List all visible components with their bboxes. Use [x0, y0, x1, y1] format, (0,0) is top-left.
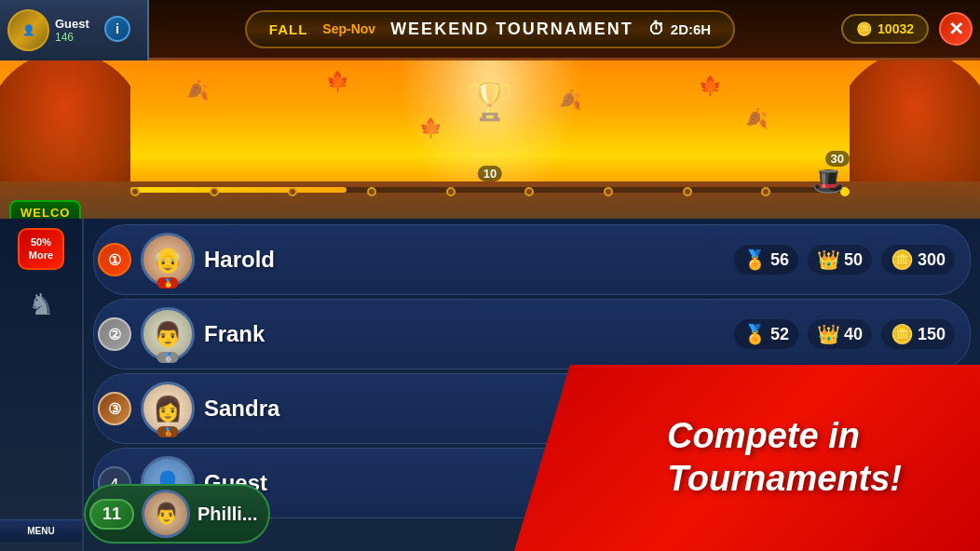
rank-ribbon-1: 🥇: [157, 277, 179, 289]
points-block-2: 🏅 52: [734, 319, 798, 349]
user-info: Guest 146: [55, 17, 89, 44]
coin-value: 10032: [878, 21, 914, 36]
table-row: ① 👴 🥇 Harold 🏅 56 👑 50 🪙 300: [93, 224, 971, 295]
dot-3: [288, 187, 297, 196]
dot-1: [130, 187, 140, 196]
dot-9: [761, 187, 770, 196]
tournament-scene: 🍂 🍁 🍂 🍁 🍂 🍁 🏆 10 🎩 30: [0, 60, 980, 219]
rank-ribbon-2: 🥈: [157, 352, 179, 363]
my-name: Philli...: [197, 504, 257, 525]
coins-value-1: 300: [918, 250, 946, 270]
left-panel: 50% More ♞ MENU: [0, 219, 84, 551]
coins-icon-2: 🪙: [891, 323, 914, 345]
coins-block-1: 🪙 300: [881, 245, 955, 275]
coins-icon-1: 🪙: [891, 249, 914, 271]
boost-percent: 50%: [31, 236, 51, 248]
leaf-1: 🍂: [186, 79, 210, 101]
my-score-row: 11 👨 Philli...: [84, 484, 270, 544]
timer-icon: ⏱: [648, 20, 665, 39]
points-value-2: 52: [770, 325, 789, 344]
boost-badge: 50% More: [18, 228, 64, 270]
chess-icon: ♞: [28, 287, 55, 322]
rank-badge-3: ③: [98, 392, 131, 425]
rank-number-1: ①: [108, 251, 121, 269]
my-avatar: 👨: [142, 490, 190, 538]
tournament-title: WEEKEND TOURNAMENT: [390, 20, 633, 39]
ribbon-text: Compete in Tournaments!: [667, 415, 902, 500]
dot-2: [210, 187, 219, 196]
my-rank-badge: 11: [89, 499, 134, 530]
avatar-container-1: 👴 🥇: [141, 233, 195, 287]
timer-section: ⏱ 2D:6H: [648, 20, 711, 39]
player-name-1: Harold: [204, 247, 725, 273]
close-button[interactable]: ✕: [939, 12, 973, 46]
leaf-5: 🍂: [745, 107, 769, 129]
dot-4: [367, 187, 376, 196]
ribbon-line1: Compete in: [667, 415, 902, 458]
crowns-block-2: 👑 40: [808, 319, 872, 349]
rank-badge-2: ②: [98, 317, 131, 351]
crown-icon-2: 👑: [817, 323, 840, 345]
points-value-1: 56: [770, 250, 789, 270]
user-score: 146: [55, 31, 89, 44]
track-dots: [130, 187, 850, 196]
avatar-container-3: 👩 🥉: [141, 382, 195, 436]
rank-ribbon-3: 🥉: [157, 426, 179, 437]
user-name: Guest: [55, 17, 89, 31]
player-name-2: Frank: [204, 321, 725, 347]
coin-icon: 🪙: [856, 21, 872, 36]
coins-display: 🪙 10032: [841, 14, 929, 44]
info-button[interactable]: i: [104, 16, 130, 42]
position-marker: 10: [478, 166, 502, 181]
points-icon-1: 🏅: [743, 249, 767, 271]
crowns-value-1: 50: [844, 250, 863, 270]
season-dates: Sep-Nov: [322, 21, 375, 36]
leaf-2: 🍁: [326, 70, 349, 92]
trophy-icon: 🏆: [467, 79, 513, 123]
boost-label: More: [29, 249, 53, 261]
ribbon-line2: Tournaments!: [667, 458, 902, 501]
tournament-info: FALL Sep-Nov WEEKEND TOURNAMENT ⏱ 2D:6H: [245, 10, 735, 48]
menu-button[interactable]: MENU: [0, 519, 82, 542]
leaf-3: 🍂: [559, 88, 582, 111]
coins-value-2: 150: [918, 325, 946, 344]
leaf-4: 🍁: [699, 74, 722, 97]
crowns-block-1: 👑 50: [808, 245, 872, 275]
avatar: 👤: [7, 9, 49, 51]
dot-7: [604, 187, 613, 196]
hat-score: 30: [825, 151, 850, 167]
header-bar: 👤 Guest 146 i FALL Sep-Nov WEEKEND TOURN…: [0, 0, 980, 60]
dot-5: [446, 187, 456, 196]
avatar-container-2: 👨 🥈: [141, 307, 195, 361]
points-icon-2: 🏅: [743, 323, 767, 345]
timer-value: 2D:6H: [671, 21, 711, 37]
rank-badge-1: ①: [98, 243, 131, 276]
table-row: ② 👨 🥈 Frank 🏅 52 👑 40 🪙 150: [93, 299, 971, 370]
coins-block-2: 🪙 150: [881, 319, 955, 349]
dot-6: [524, 187, 534, 196]
ribbon-overlay: Compete in Tournaments!: [514, 365, 980, 551]
leaf-6: 🍁: [419, 116, 442, 139]
dot-8: [683, 187, 692, 196]
crowns-value-2: 40: [844, 325, 863, 344]
season-label: FALL: [269, 21, 308, 37]
crown-icon-1: 👑: [817, 249, 840, 271]
hat-icon: 🎩: [812, 166, 845, 196]
points-block-1: 🏅 56: [734, 245, 798, 275]
